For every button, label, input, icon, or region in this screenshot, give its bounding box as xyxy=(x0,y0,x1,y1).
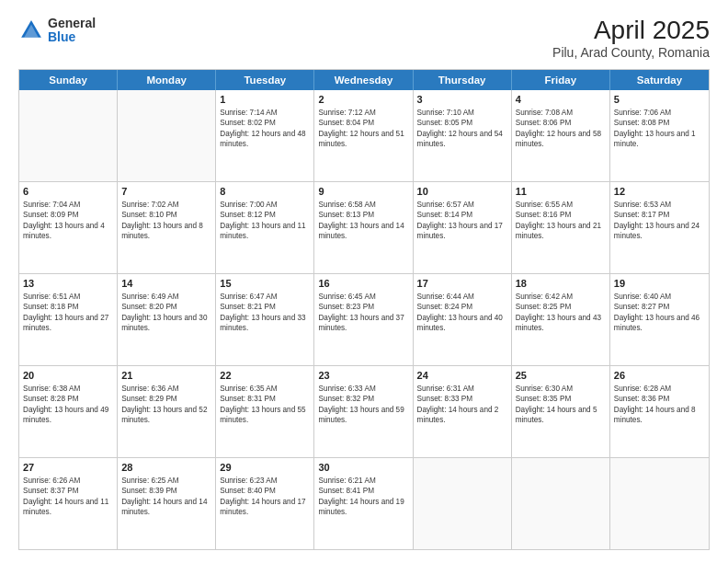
cal-cell: 25Sunrise: 6:30 AMSunset: 8:35 PMDayligh… xyxy=(512,366,610,457)
cal-cell: 22Sunrise: 6:35 AMSunset: 8:31 PMDayligh… xyxy=(216,366,314,457)
day-number: 25 xyxy=(516,369,606,383)
cal-cell: 1Sunrise: 7:14 AMSunset: 8:02 PMDaylight… xyxy=(216,90,314,181)
cal-cell: 18Sunrise: 6:42 AMSunset: 8:25 PMDayligh… xyxy=(512,274,610,365)
cell-info: Sunrise: 6:51 AMSunset: 8:18 PMDaylight:… xyxy=(23,292,113,334)
cell-info: Sunrise: 7:10 AMSunset: 8:05 PMDaylight:… xyxy=(417,108,507,150)
day-number: 10 xyxy=(417,185,507,199)
cell-info: Sunrise: 6:23 AMSunset: 8:40 PMDaylight:… xyxy=(220,476,310,518)
day-of-week-tuesday: Tuesday xyxy=(216,70,314,90)
day-of-week-friday: Friday xyxy=(512,70,610,90)
cal-cell: 30Sunrise: 6:21 AMSunset: 8:41 PMDayligh… xyxy=(314,458,413,549)
cal-cell xyxy=(610,458,709,549)
day-number: 7 xyxy=(121,185,211,199)
cal-cell: 20Sunrise: 6:38 AMSunset: 8:28 PMDayligh… xyxy=(19,366,118,457)
calendar-subtitle: Pilu, Arad County, Romania xyxy=(552,45,710,60)
cell-info: Sunrise: 6:35 AMSunset: 8:31 PMDaylight:… xyxy=(220,384,310,426)
cell-info: Sunrise: 6:42 AMSunset: 8:25 PMDaylight:… xyxy=(516,292,606,334)
cal-cell: 6Sunrise: 7:04 AMSunset: 8:09 PMDaylight… xyxy=(19,182,118,273)
cell-info: Sunrise: 6:57 AMSunset: 8:14 PMDaylight:… xyxy=(417,200,507,242)
day-number: 1 xyxy=(220,93,310,107)
day-number: 3 xyxy=(417,93,507,107)
day-number: 9 xyxy=(318,185,408,199)
cal-cell: 19Sunrise: 6:40 AMSunset: 8:27 PMDayligh… xyxy=(610,274,709,365)
cell-info: Sunrise: 6:30 AMSunset: 8:35 PMDaylight:… xyxy=(516,384,606,426)
cal-cell xyxy=(118,90,216,181)
calendar-body: 1Sunrise: 7:14 AMSunset: 8:02 PMDaylight… xyxy=(19,90,709,549)
cal-cell: 4Sunrise: 7:08 AMSunset: 8:06 PMDaylight… xyxy=(512,90,610,181)
logo: General Blue xyxy=(18,17,96,45)
cal-cell: 3Sunrise: 7:10 AMSunset: 8:05 PMDaylight… xyxy=(414,90,512,181)
day-of-week-wednesday: Wednesday xyxy=(314,70,413,90)
cal-cell: 24Sunrise: 6:31 AMSunset: 8:33 PMDayligh… xyxy=(414,366,512,457)
cal-cell: 23Sunrise: 6:33 AMSunset: 8:32 PMDayligh… xyxy=(314,366,413,457)
day-number: 16 xyxy=(318,277,408,291)
day-number: 4 xyxy=(516,93,606,107)
cal-cell: 15Sunrise: 6:47 AMSunset: 8:21 PMDayligh… xyxy=(216,274,314,365)
cell-info: Sunrise: 6:36 AMSunset: 8:29 PMDaylight:… xyxy=(121,384,211,426)
logo-text: General Blue xyxy=(48,17,96,45)
title-block: April 2025 Pilu, Arad County, Romania xyxy=(552,17,710,60)
cal-cell: 26Sunrise: 6:28 AMSunset: 8:36 PMDayligh… xyxy=(610,366,709,457)
cal-cell: 29Sunrise: 6:23 AMSunset: 8:40 PMDayligh… xyxy=(216,458,314,549)
day-number: 17 xyxy=(417,277,507,291)
day-number: 18 xyxy=(516,277,606,291)
cell-info: Sunrise: 6:21 AMSunset: 8:41 PMDaylight:… xyxy=(318,476,408,518)
week-row-3: 13Sunrise: 6:51 AMSunset: 8:18 PMDayligh… xyxy=(19,273,709,365)
day-number: 6 xyxy=(23,185,113,199)
day-number: 30 xyxy=(318,461,408,475)
cell-info: Sunrise: 6:44 AMSunset: 8:24 PMDaylight:… xyxy=(417,292,507,334)
day-number: 23 xyxy=(318,369,408,383)
week-row-4: 20Sunrise: 6:38 AMSunset: 8:28 PMDayligh… xyxy=(19,365,709,457)
cell-info: Sunrise: 6:47 AMSunset: 8:21 PMDaylight:… xyxy=(220,292,310,334)
cal-cell: 27Sunrise: 6:26 AMSunset: 8:37 PMDayligh… xyxy=(19,458,118,549)
cal-cell xyxy=(19,90,118,181)
page: General Blue April 2025 Pilu, Arad Count… xyxy=(0,0,728,563)
cell-info: Sunrise: 7:14 AMSunset: 8:02 PMDaylight:… xyxy=(220,108,310,150)
cell-info: Sunrise: 6:31 AMSunset: 8:33 PMDaylight:… xyxy=(417,384,507,426)
cell-info: Sunrise: 6:45 AMSunset: 8:23 PMDaylight:… xyxy=(318,292,408,334)
logo-general-text: General xyxy=(48,17,96,30)
cell-info: Sunrise: 6:58 AMSunset: 8:13 PMDaylight:… xyxy=(318,200,408,242)
cal-cell: 11Sunrise: 6:55 AMSunset: 8:16 PMDayligh… xyxy=(512,182,610,273)
day-number: 29 xyxy=(220,461,310,475)
cell-info: Sunrise: 6:33 AMSunset: 8:32 PMDaylight:… xyxy=(318,384,408,426)
cell-info: Sunrise: 6:25 AMSunset: 8:39 PMDaylight:… xyxy=(121,476,211,518)
cal-cell: 7Sunrise: 7:02 AMSunset: 8:10 PMDaylight… xyxy=(118,182,216,273)
cell-info: Sunrise: 7:08 AMSunset: 8:06 PMDaylight:… xyxy=(516,108,606,150)
logo-blue-text: Blue xyxy=(48,30,96,44)
day-number: 12 xyxy=(614,185,705,199)
cell-info: Sunrise: 7:06 AMSunset: 8:08 PMDaylight:… xyxy=(614,108,705,150)
cell-info: Sunrise: 6:40 AMSunset: 8:27 PMDaylight:… xyxy=(614,292,705,334)
day-number: 21 xyxy=(121,369,211,383)
day-number: 20 xyxy=(23,369,113,383)
cal-cell xyxy=(512,458,610,549)
cell-info: Sunrise: 6:26 AMSunset: 8:37 PMDaylight:… xyxy=(23,476,113,518)
week-row-5: 27Sunrise: 6:26 AMSunset: 8:37 PMDayligh… xyxy=(19,457,709,549)
day-of-week-monday: Monday xyxy=(118,70,216,90)
cell-info: Sunrise: 6:53 AMSunset: 8:17 PMDaylight:… xyxy=(614,200,705,242)
day-number: 26 xyxy=(614,369,705,383)
day-number: 15 xyxy=(220,277,310,291)
cal-cell: 10Sunrise: 6:57 AMSunset: 8:14 PMDayligh… xyxy=(414,182,512,273)
day-number: 14 xyxy=(121,277,211,291)
header: General Blue April 2025 Pilu, Arad Count… xyxy=(18,17,710,60)
day-of-week-sunday: Sunday xyxy=(19,70,118,90)
week-row-2: 6Sunrise: 7:04 AMSunset: 8:09 PMDaylight… xyxy=(19,181,709,273)
day-number: 19 xyxy=(614,277,705,291)
cell-info: Sunrise: 7:00 AMSunset: 8:12 PMDaylight:… xyxy=(220,200,310,242)
cal-cell: 21Sunrise: 6:36 AMSunset: 8:29 PMDayligh… xyxy=(118,366,216,457)
day-of-week-thursday: Thursday xyxy=(414,70,512,90)
cal-cell: 14Sunrise: 6:49 AMSunset: 8:20 PMDayligh… xyxy=(118,274,216,365)
day-number: 28 xyxy=(121,461,211,475)
cal-cell: 12Sunrise: 6:53 AMSunset: 8:17 PMDayligh… xyxy=(610,182,709,273)
cal-cell xyxy=(414,458,512,549)
cal-cell: 17Sunrise: 6:44 AMSunset: 8:24 PMDayligh… xyxy=(414,274,512,365)
cal-cell: 28Sunrise: 6:25 AMSunset: 8:39 PMDayligh… xyxy=(118,458,216,549)
cell-info: Sunrise: 6:55 AMSunset: 8:16 PMDaylight:… xyxy=(516,200,606,242)
cal-cell: 2Sunrise: 7:12 AMSunset: 8:04 PMDaylight… xyxy=(314,90,413,181)
cell-info: Sunrise: 6:38 AMSunset: 8:28 PMDaylight:… xyxy=(23,384,113,426)
calendar: SundayMondayTuesdayWednesdayThursdayFrid… xyxy=(18,69,710,550)
cal-cell: 16Sunrise: 6:45 AMSunset: 8:23 PMDayligh… xyxy=(314,274,413,365)
day-number: 27 xyxy=(23,461,113,475)
cal-cell: 8Sunrise: 7:00 AMSunset: 8:12 PMDaylight… xyxy=(216,182,314,273)
